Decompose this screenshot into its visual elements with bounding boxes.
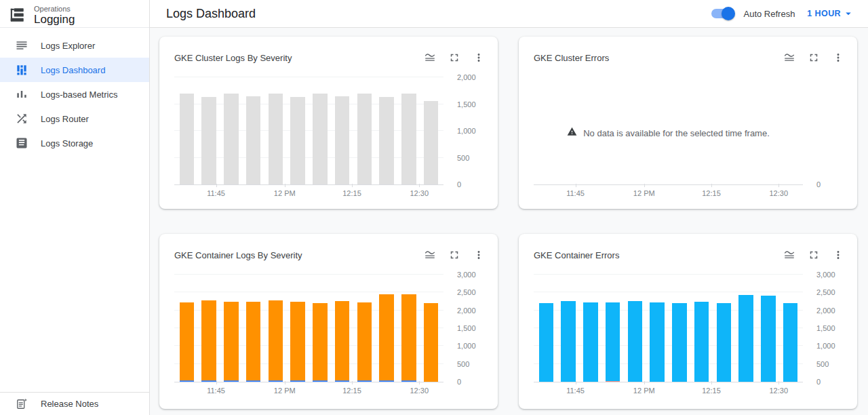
bar-segment[interactable] bbox=[694, 302, 709, 382]
bar bbox=[376, 275, 398, 382]
sidebar-item-logs-explorer[interactable]: Logs Explorer bbox=[0, 33, 149, 58]
card-header: GKE Container Errors bbox=[519, 234, 857, 264]
bar-segment[interactable] bbox=[539, 303, 554, 382]
chart-title: GKE Container Logs By Severity bbox=[174, 250, 302, 260]
bar-segment[interactable] bbox=[628, 301, 643, 382]
area-chart-button[interactable] bbox=[420, 245, 439, 264]
bar-segment[interactable] bbox=[379, 294, 394, 380]
bar-segment[interactable] bbox=[290, 97, 305, 184]
bar bbox=[353, 77, 376, 184]
x-tick-mark bbox=[711, 381, 712, 384]
bar-segment[interactable] bbox=[246, 302, 261, 380]
chart-card-gke-cluster-errors: GKE Cluster ErrorsNo data is available f… bbox=[519, 37, 857, 209]
bar-segment[interactable] bbox=[335, 301, 350, 380]
bar-segment[interactable] bbox=[424, 303, 439, 382]
bar bbox=[353, 275, 376, 382]
more-vert-icon bbox=[473, 52, 485, 64]
app-window: Operations Logging Logs ExplorerLogs Das… bbox=[0, 0, 868, 415]
y-axis-labels: 05001,0001,5002,000 bbox=[448, 77, 488, 184]
no-data-text: No data is available for the selected ti… bbox=[583, 128, 770, 138]
fullscreen-icon bbox=[448, 52, 460, 64]
y-tick-label: 1,500 bbox=[816, 324, 835, 332]
y-tick-label: 1,000 bbox=[457, 342, 476, 350]
sidebar-item-logs-storage[interactable]: Logs Storage bbox=[0, 131, 149, 155]
bar-segment[interactable] bbox=[672, 303, 687, 382]
x-tick-label: 11:45 bbox=[566, 189, 585, 197]
card-actions bbox=[420, 245, 488, 264]
x-tick-mark bbox=[285, 184, 285, 187]
more-vert-button[interactable] bbox=[829, 48, 848, 67]
bar-segment[interactable] bbox=[606, 302, 620, 381]
x-tick-label: 11:45 bbox=[207, 189, 225, 197]
bar-segment[interactable] bbox=[246, 96, 261, 184]
bar-segment[interactable] bbox=[224, 302, 239, 380]
area-chart-button[interactable] bbox=[780, 245, 799, 264]
y-tick-label: 2,000 bbox=[816, 307, 835, 315]
chart-plot bbox=[174, 77, 443, 184]
bar-segment[interactable] bbox=[313, 303, 328, 380]
header-controls: Auto Refresh 1 HOUR bbox=[710, 7, 854, 20]
x-tick-label: 12:15 bbox=[342, 189, 361, 197]
bar-segment[interactable] bbox=[357, 94, 372, 184]
fullscreen-button[interactable] bbox=[804, 245, 823, 264]
bar-segment[interactable] bbox=[424, 101, 439, 184]
card-header: GKE Cluster Logs By Severity bbox=[159, 37, 498, 66]
bar-segment[interactable] bbox=[401, 294, 416, 380]
bar-segment[interactable] bbox=[180, 302, 195, 380]
auto-refresh-toggle[interactable] bbox=[710, 7, 735, 20]
bar bbox=[198, 275, 220, 382]
sidebar-item-release-notes[interactable]: Release Notes bbox=[0, 392, 149, 415]
chart-body: 05001,0001,5002,00011:4512 PM12:1512:30 bbox=[174, 77, 488, 203]
sidebar-item-logs-router[interactable]: Logs Router bbox=[0, 106, 149, 131]
more-vert-button[interactable] bbox=[469, 48, 488, 67]
bar-segment[interactable] bbox=[269, 300, 283, 380]
chart-body: No data is available for the selected ti… bbox=[534, 77, 848, 203]
y-tick-label: 2,000 bbox=[457, 73, 476, 81]
more-vert-button[interactable] bbox=[469, 245, 488, 264]
area-chart-button[interactable] bbox=[780, 48, 799, 67]
bar-segment[interactable] bbox=[561, 301, 576, 382]
bar-segment[interactable] bbox=[335, 96, 350, 184]
bar-segment[interactable] bbox=[583, 302, 598, 382]
card-header: GKE Container Logs By Severity bbox=[159, 234, 498, 264]
time-range-dropdown[interactable]: 1 HOUR bbox=[807, 7, 854, 20]
bar-segment[interactable] bbox=[761, 296, 776, 382]
y-tick-label: 500 bbox=[457, 154, 469, 162]
more-vert-button[interactable] bbox=[829, 245, 848, 264]
bar-segment[interactable] bbox=[650, 302, 665, 382]
bar-segment[interactable] bbox=[783, 303, 798, 382]
warning-icon bbox=[567, 127, 577, 140]
y-tick-label: 1,000 bbox=[457, 127, 476, 135]
bar-segment[interactable] bbox=[313, 94, 328, 184]
bar-segment[interactable] bbox=[201, 300, 216, 380]
bar-segment[interactable] bbox=[290, 302, 305, 380]
sidebar-item-logs-based-metrics[interactable]: Logs-based Metrics bbox=[0, 82, 149, 106]
bar-segment[interactable] bbox=[180, 94, 195, 184]
logs-storage-icon bbox=[15, 136, 28, 150]
bar-segment[interactable] bbox=[357, 302, 372, 380]
y-tick-label: 3,000 bbox=[457, 271, 476, 279]
bar-segment[interactable] bbox=[379, 97, 394, 184]
fullscreen-button[interactable] bbox=[445, 48, 464, 67]
bar-segment[interactable] bbox=[269, 94, 283, 184]
x-tick-label: 12 PM bbox=[274, 387, 296, 395]
bar-segment[interactable] bbox=[224, 94, 239, 184]
bar-segment[interactable] bbox=[401, 94, 416, 184]
bar bbox=[287, 275, 309, 382]
auto-refresh-label: Auto Refresh bbox=[743, 9, 795, 19]
y-tick-label: 2,000 bbox=[457, 307, 476, 315]
bar-segment[interactable] bbox=[738, 295, 753, 382]
chart-body: 05001,0001,5002,0002,5003,00011:4512 PM1… bbox=[534, 275, 848, 401]
bar-segment[interactable] bbox=[717, 303, 732, 382]
fullscreen-button[interactable] bbox=[804, 48, 823, 67]
y-tick-label: 0 bbox=[457, 378, 461, 386]
sidebar-item-label: Release Notes bbox=[41, 399, 98, 409]
chart-card-gke-cluster-logs-by-severity: GKE Cluster Logs By Severity05001,0001,5… bbox=[159, 37, 498, 209]
x-tick-label: 12 PM bbox=[274, 189, 296, 197]
fullscreen-button[interactable] bbox=[445, 245, 464, 264]
area-chart-button[interactable] bbox=[420, 48, 439, 67]
sidebar-item-logs-dashboard[interactable]: Logs Dashboard bbox=[0, 58, 149, 82]
bar-segment[interactable] bbox=[201, 97, 216, 184]
sidebar-item-label: Logs Dashboard bbox=[41, 65, 105, 75]
product-logo: Operations Logging bbox=[0, 0, 149, 28]
